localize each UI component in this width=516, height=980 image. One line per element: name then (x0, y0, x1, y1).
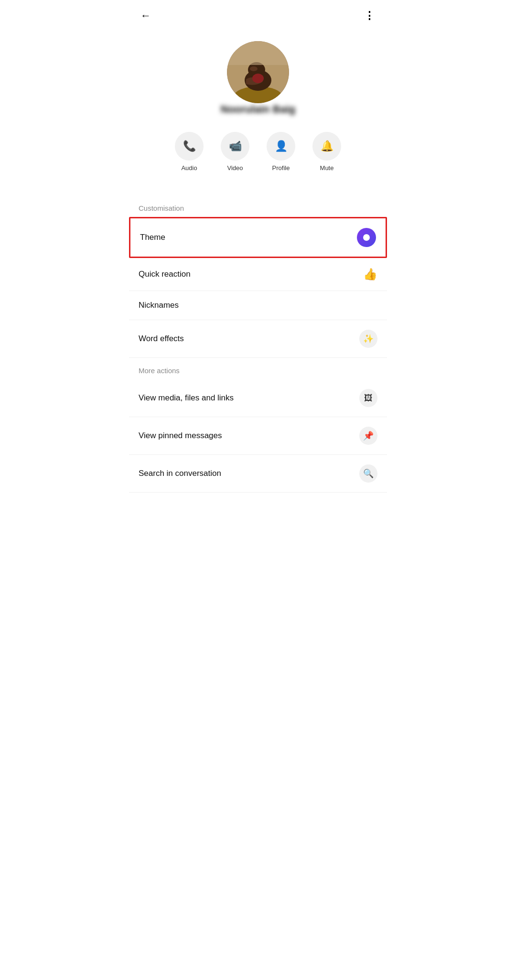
mute-label: Mute (320, 164, 334, 172)
media-icon: 🖼 (364, 393, 373, 403)
theme-icon (357, 228, 376, 247)
pin-icon-circle: 📌 (359, 427, 377, 445)
audio-label: Audio (181, 164, 197, 172)
video-action[interactable]: 📹 Video (221, 132, 249, 172)
profile-name: Noorulain Baig (221, 103, 295, 116)
svg-rect-7 (227, 41, 289, 65)
quick-reaction-menu-item[interactable]: Quick reaction 👍 (129, 258, 387, 291)
search-conversation-menu-item[interactable]: Search in conversation 🔍 (129, 455, 387, 493)
search-conversation-label: Search in conversation (139, 469, 221, 478)
media-icon-circle: 🖼 (359, 389, 377, 407)
search-icon-circle: 🔍 (359, 464, 377, 483)
back-button[interactable]: ← (139, 8, 153, 24)
video-label: Video (227, 164, 243, 172)
audio-action[interactable]: 📞 Audio (175, 132, 204, 172)
video-icon: 📹 (229, 140, 242, 152)
magic-wand-icon-circle: ✨ (359, 330, 377, 348)
quick-reaction-label: Quick reaction (139, 269, 191, 279)
more-options-button[interactable]: ⋮ (362, 8, 377, 24)
mute-action[interactable]: 🔔 Mute (312, 132, 341, 172)
theme-menu-item[interactable]: Theme (129, 217, 387, 258)
view-media-label: View media, files and links (139, 393, 234, 403)
customisation-section-label: Customisation (129, 195, 387, 217)
word-effects-menu-item[interactable]: Word effects ✨ (129, 320, 387, 358)
nicknames-menu-item[interactable]: Nicknames (129, 291, 387, 320)
bell-icon: 🔔 (321, 140, 333, 152)
theme-dot-inner (363, 234, 370, 241)
svg-point-6 (252, 74, 264, 83)
more-actions-section-label: More actions (129, 358, 387, 379)
profile-section: Noorulain Baig 📞 Audio 📹 Video 👤 Profile… (129, 32, 387, 195)
top-nav: ← ⋮ (129, 0, 387, 32)
svg-point-5 (250, 66, 258, 71)
audio-icon-circle: 📞 (175, 132, 204, 161)
word-effects-label: Word effects (139, 334, 184, 344)
view-media-menu-item[interactable]: View media, files and links 🖼 (129, 379, 387, 417)
profile-action[interactable]: 👤 Profile (267, 132, 295, 172)
magic-wand-icon: ✨ (363, 334, 374, 344)
view-pinned-label: View pinned messages (139, 431, 222, 441)
profile-icon-circle: 👤 (267, 132, 295, 161)
profile-label: Profile (272, 164, 290, 172)
theme-label: Theme (140, 233, 165, 242)
thumbs-up-icon: 👍 (363, 268, 377, 281)
video-icon-circle: 📹 (221, 132, 249, 161)
search-icon: 🔍 (363, 468, 374, 479)
pin-icon: 📌 (363, 431, 374, 441)
view-pinned-menu-item[interactable]: View pinned messages 📌 (129, 417, 387, 455)
mute-icon-circle: 🔔 (312, 132, 341, 161)
avatar (227, 41, 289, 103)
person-icon: 👤 (275, 140, 288, 152)
nicknames-label: Nicknames (139, 301, 179, 310)
phone-icon: 📞 (183, 140, 196, 152)
action-row: 📞 Audio 📹 Video 👤 Profile 🔔 Mute (165, 127, 351, 181)
